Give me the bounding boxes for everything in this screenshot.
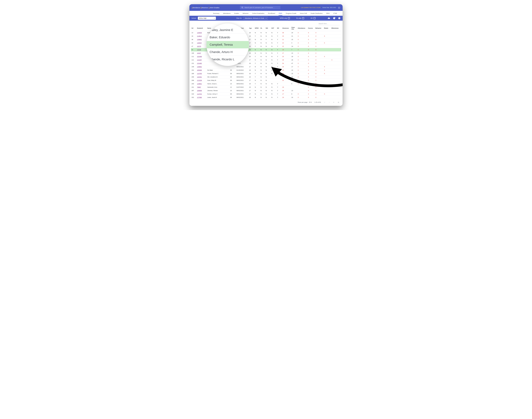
last-updated: Last Updated: Feb 9 2022 2:01AM bbox=[301, 7, 320, 8]
student-link[interactable]: 13238 bbox=[197, 49, 201, 51]
table-row[interactable]: 297106899Jimenez, Renee1008/02/202117NNN… bbox=[191, 89, 341, 92]
filter-for-label: Filter for bbox=[236, 17, 242, 19]
col-unex-abs[interactable]: Unex Abs bbox=[291, 26, 297, 31]
topbar: Attendance Behaviour Cohort Grades Last … bbox=[189, 4, 343, 11]
col-milestones[interactable]: Milestones bbox=[331, 26, 341, 31]
tab-grades[interactable]: Grades bbox=[234, 12, 239, 16]
pagination: Rows per page: 25 ▾ 1-25 of 50 |< < > >| bbox=[189, 100, 343, 106]
school-select[interactable]: Arthur High ▾ bbox=[198, 17, 216, 20]
download-button[interactable] bbox=[328, 17, 330, 19]
col-attendance[interactable]: Attendance bbox=[297, 26, 307, 31]
chart-button[interactable] bbox=[333, 17, 335, 19]
filter-for-select[interactable]: Attandance, Behavior & Grad.. ▾ bbox=[243, 17, 268, 20]
rows-per-select[interactable]: 25 ▾ bbox=[309, 101, 312, 103]
magnifier-row: Baker, Eduardo bbox=[206, 34, 249, 41]
global-search-input[interactable] bbox=[244, 7, 279, 8]
col-ed[interactable]: ED bbox=[276, 26, 281, 31]
power-button[interactable] bbox=[338, 6, 340, 9]
student-link[interactable]: 127080 bbox=[197, 97, 202, 98]
student-link[interactable]: 113158 bbox=[197, 79, 202, 81]
student-link[interactable]: 14107 bbox=[197, 52, 201, 54]
school-label: School bbox=[191, 17, 196, 19]
svg-line-1 bbox=[243, 8, 243, 8]
student-link[interactable]: 130557 bbox=[197, 42, 202, 44]
col-sst[interactable]: SST bbox=[271, 26, 277, 31]
student-link[interactable]: 129801 bbox=[197, 83, 202, 85]
tab-progress-grade[interactable]: Progress Grade bbox=[286, 12, 296, 16]
student-link[interactable]: 131463 bbox=[197, 63, 202, 64]
help-button[interactable]: ? bbox=[338, 17, 341, 19]
student-link[interactable]: 76667 bbox=[197, 86, 201, 88]
tab-enrollment[interactable]: Enrollment bbox=[268, 12, 275, 16]
table-row[interactable]: 24176667Harteveld, Arno1201/07/202219NNN… bbox=[191, 85, 341, 89]
col-student[interactable]: Student# bbox=[196, 26, 207, 31]
table-row[interactable]: 208113158Goel, Misty M0908/02/202117NNN2… bbox=[191, 79, 341, 82]
col-behavior[interactable]: Behavior bbox=[315, 26, 323, 31]
col-el[interactable]: EL bbox=[260, 26, 265, 31]
table-row[interactable]: 206142301Gill, Jonathon B0908/02/202118Y… bbox=[191, 75, 341, 79]
tab-grade-distribution[interactable]: Grade Distribution bbox=[310, 12, 323, 16]
col-retain[interactable]: Retain bbox=[323, 26, 331, 31]
brand-title: Attendance Behaviour Cohort Grades bbox=[192, 7, 219, 9]
student-link[interactable]: 130662 bbox=[197, 66, 202, 67]
checkbox-icon bbox=[314, 17, 316, 19]
student-link[interactable]: 142301 bbox=[197, 76, 202, 78]
search-icon bbox=[241, 7, 243, 9]
tab-attendance[interactable]: Attendance bbox=[223, 12, 231, 16]
table-row[interactable]: 152105090De Mate0901/20/202218NNNNY2510X… bbox=[191, 68, 341, 72]
global-search[interactable] bbox=[240, 6, 280, 9]
chevron-down-icon: ▾ bbox=[266, 17, 266, 19]
ed-checkbox[interactable]: ED bbox=[311, 17, 316, 19]
sped-only-checkbox[interactable]: SPED only bbox=[280, 17, 290, 19]
school-select-value: Arthur High bbox=[199, 17, 207, 19]
student-link[interactable]: 102486 bbox=[197, 56, 202, 57]
filter-for-value: Attandance, Behavior & Grad.. bbox=[245, 17, 265, 19]
col-age[interactable]: Age bbox=[248, 26, 254, 31]
chevron-down-icon: ▾ bbox=[213, 17, 215, 19]
last-page-button[interactable]: >| bbox=[337, 101, 339, 104]
page-range: 1-25 of 50 bbox=[314, 102, 321, 103]
magnifier-row: Chande, Arturo H bbox=[206, 48, 249, 56]
magnifier-row-highlight: Campbell, Teresa bbox=[206, 41, 249, 48]
tab-ews[interactable]: EWS bbox=[279, 12, 282, 16]
col-srl[interactable]: Srl bbox=[191, 26, 196, 31]
col-course[interactable]: Course bbox=[307, 26, 315, 31]
tabstrip: Summary Attendance Grades Behavior Cohor… bbox=[189, 11, 343, 16]
el-only-checkbox[interactable]: EL only bbox=[296, 17, 304, 19]
checkbox-icon bbox=[288, 17, 290, 19]
student-link[interactable]: 106899 bbox=[197, 90, 202, 91]
student-link[interactable]: 139862 bbox=[197, 39, 202, 40]
student-link[interactable]: 105090 bbox=[197, 69, 202, 71]
table-row[interactable]: 14813066208/02/202117NNNNY2417XXXX bbox=[191, 65, 341, 68]
student-link[interactable]: 128030 bbox=[197, 32, 202, 34]
prev-page-button[interactable]: < bbox=[329, 101, 330, 104]
col-absences[interactable]: Absences bbox=[282, 26, 291, 31]
tab-cohort-graduation[interactable]: Cohort Graduation bbox=[252, 12, 265, 16]
table-row[interactable]: 319114742Kumar, Jenny C0908/02/202117NNN… bbox=[191, 92, 341, 96]
tab-summary[interactable]: Summary bbox=[213, 12, 220, 16]
tab-pbis[interactable]: PBIS bbox=[326, 12, 330, 16]
school-year: School Year: 2021-2022 bbox=[322, 7, 336, 8]
svg-point-0 bbox=[242, 7, 243, 8]
table-search-input[interactable] bbox=[318, 22, 340, 25]
col-sped[interactable]: SPED bbox=[254, 26, 260, 31]
tab-honor-roll[interactable]: Honor Roll bbox=[300, 12, 307, 16]
table-search-row bbox=[189, 21, 343, 26]
svg-text:?: ? bbox=[339, 17, 340, 19]
table-row[interactable]: 189110765Foster, Richard C0908/02/202118… bbox=[191, 72, 341, 75]
rows-per-label: Rows per page: bbox=[298, 102, 308, 103]
col-504[interactable]: 504 bbox=[265, 26, 271, 31]
table-row[interactable]: 332127080Lewis, Jacob K0908/02/202116NNN… bbox=[191, 96, 341, 99]
tab-ctae[interactable]: CTAE bbox=[333, 12, 337, 16]
table-row[interactable]: 1311314635/202116YNNNY5447XXX bbox=[191, 62, 341, 65]
student-link[interactable]: 10375 bbox=[197, 46, 201, 47]
student-link[interactable]: 110765 bbox=[197, 73, 202, 74]
student-link[interactable]: 114812 bbox=[197, 35, 202, 37]
tab-behavior[interactable]: Behavior bbox=[242, 12, 249, 16]
table-row[interactable]: 240129801Harris, Grace L1008/02/202119YN… bbox=[191, 82, 341, 85]
next-page-button[interactable]: > bbox=[333, 101, 335, 104]
student-link[interactable]: 114742 bbox=[197, 93, 202, 95]
student-link[interactable]: 131097 bbox=[197, 59, 202, 61]
first-page-button[interactable]: |< bbox=[324, 101, 326, 104]
header-meta: Last Updated: Feb 9 2022 2:01AM School Y… bbox=[301, 6, 340, 9]
